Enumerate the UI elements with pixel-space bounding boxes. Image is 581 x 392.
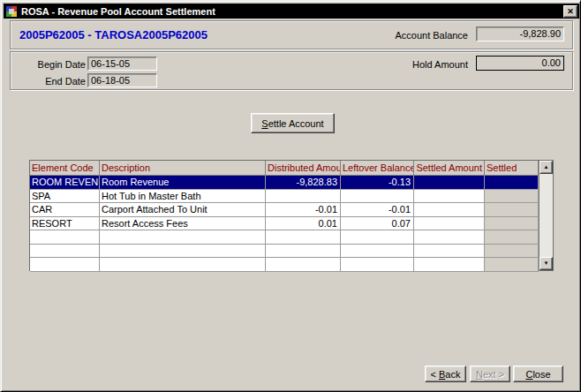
table-cell <box>485 230 539 245</box>
table-cell: -0.01 <box>266 203 341 217</box>
table-cell: -0.13 <box>341 176 414 190</box>
column-header[interactable]: Distributed Amount <box>266 161 341 176</box>
table-cell: SPA <box>30 190 100 204</box>
table-cell: RESORT <box>30 217 100 231</box>
column-header[interactable]: Element Code <box>30 161 100 176</box>
table-body: ROOM REVENUERoom Revenue-9,828.83-0.13SP… <box>30 176 553 272</box>
table-cell <box>341 230 414 245</box>
table-cell <box>414 230 485 245</box>
table-cell <box>266 230 341 245</box>
table-cell <box>414 245 485 259</box>
dates-panel: Begin Date 06-15-05 End Date 06-18-05 Ho… <box>10 51 573 90</box>
hold-amount-label: Hold Amount <box>412 59 468 70</box>
table-header-row: Element CodeDescriptionDistributed Amoun… <box>30 161 553 176</box>
close-icon[interactable]: ✕ <box>563 5 577 18</box>
end-date-label: End Date <box>11 76 86 87</box>
table-cell <box>30 245 100 259</box>
table-cell <box>414 217 485 231</box>
table-cell: ROOM REVENUE <box>30 176 100 190</box>
table-row[interactable]: RESORTResort Access Fees0.010.07 <box>30 217 553 231</box>
settle-account-button[interactable]: Settle Account <box>251 113 335 133</box>
table-cell <box>30 230 100 245</box>
table-row[interactable]: ROOM REVENUERoom Revenue-9,828.83-0.13 <box>30 176 553 190</box>
table-cell: Carport Attached To Unit <box>100 203 266 217</box>
table-row[interactable]: SPAHot Tub in Master Bath <box>30 190 553 204</box>
table-row[interactable] <box>30 258 553 272</box>
hold-amount-field: 0.00 <box>476 56 564 71</box>
begin-date-label: Begin Date <box>11 59 86 70</box>
table-cell <box>485 190 539 204</box>
column-header[interactable]: Settled Amount <box>414 161 485 176</box>
rosa-settlement-window: ROSA - Revenue Pool Account Settlement ✕… <box>0 0 581 392</box>
end-date-field[interactable]: 06-18-05 <box>87 73 157 87</box>
table-cell <box>266 190 341 204</box>
column-header[interactable]: Leftover Balance <box>341 161 414 176</box>
table-cell <box>266 258 341 272</box>
table-cell <box>341 245 414 259</box>
account-header-panel: 2005P62005 - TAROSA2005P62005 Account Ba… <box>10 20 573 49</box>
table-cell <box>100 230 266 245</box>
table-cell <box>100 258 266 272</box>
next-button: Next > <box>470 366 510 382</box>
account-balance-field: -9,828.90 <box>476 26 564 41</box>
account-code: 2005P62005 - TAROSA2005P62005 <box>19 28 208 41</box>
table-cell <box>414 190 485 204</box>
table-cell: -9,828.83 <box>266 176 341 190</box>
column-header[interactable]: Settled <box>485 161 539 176</box>
table-cell <box>414 258 485 272</box>
table-scrollbar[interactable]: ▲ ▼ <box>539 161 553 270</box>
settlement-table: Element CodeDescriptionDistributed Amoun… <box>29 160 554 271</box>
scroll-up-icon[interactable]: ▲ <box>540 161 553 174</box>
table-cell <box>485 176 539 190</box>
table-cell: Resort Access Fees <box>100 217 266 231</box>
scroll-down-icon[interactable]: ▼ <box>540 257 553 270</box>
window-title: ROSA - Revenue Pool Account Settlement <box>21 6 215 17</box>
table-cell <box>485 245 539 259</box>
back-button[interactable]: < Back <box>425 366 466 382</box>
account-balance-label: Account Balance <box>395 30 468 41</box>
table-cell <box>100 245 266 259</box>
column-header[interactable]: Description <box>100 161 266 176</box>
table-cell: CAR <box>30 203 100 217</box>
app-icon <box>5 5 18 18</box>
table-cell <box>485 203 539 217</box>
table-cell <box>30 258 100 272</box>
table-row[interactable]: CARCarport Attached To Unit-0.01-0.01 <box>30 203 553 217</box>
table-cell: Hot Tub in Master Bath <box>100 190 266 204</box>
table-cell: 0.01 <box>266 217 341 231</box>
table-cell <box>341 258 414 272</box>
table-cell <box>341 190 414 204</box>
table-cell <box>485 217 539 231</box>
table-cell <box>414 203 485 217</box>
table-cell <box>266 245 341 259</box>
table-cell: -0.01 <box>341 203 414 217</box>
begin-date-field[interactable]: 06-15-05 <box>87 57 157 71</box>
table-row[interactable] <box>30 245 553 259</box>
table-row[interactable] <box>30 230 553 245</box>
title-bar: ROSA - Revenue Pool Account Settlement ✕ <box>4 4 579 19</box>
table-cell <box>414 176 485 190</box>
table-cell <box>485 258 539 272</box>
close-button[interactable]: Close <box>513 366 563 382</box>
table-cell: 0.07 <box>341 217 414 231</box>
table-cell: Room Revenue <box>100 176 266 190</box>
